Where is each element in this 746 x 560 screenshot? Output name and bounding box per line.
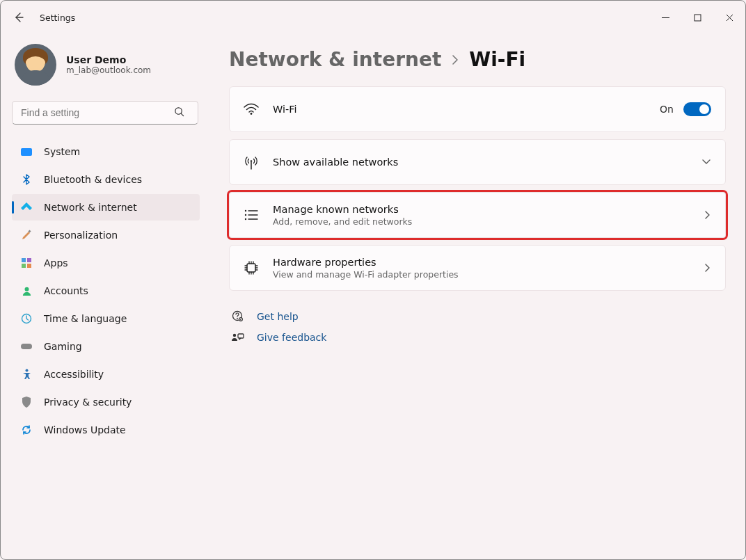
help-icon: [232, 310, 244, 322]
globe-clock-icon: [20, 312, 33, 325]
hardware-properties-card: Hardware properties View and manage Wi-F…: [229, 245, 726, 291]
window-title: Settings: [40, 13, 75, 23]
sidebar-item-label: Accessibility: [44, 369, 104, 380]
search-box: [12, 101, 201, 125]
arrow-left-icon: [13, 12, 24, 23]
svg-point-10: [25, 369, 28, 372]
sidebar-item-label: Bluetooth & devices: [44, 174, 142, 185]
sidebar-item-label: Privacy & security: [44, 397, 132, 408]
svg-point-1: [175, 108, 182, 114]
chevron-right-icon: [704, 210, 711, 220]
svg-point-11: [251, 113, 253, 115]
sidebar-item-windows-update[interactable]: Windows Update: [12, 417, 200, 443]
sidebar-item-time-language[interactable]: Time & language: [12, 305, 200, 332]
minimize-icon: [662, 14, 669, 22]
sidebar-item-label: Windows Update: [44, 424, 126, 435]
sidebar-item-apps[interactable]: Apps: [12, 250, 200, 276]
wifi-toggle[interactable]: [683, 102, 711, 116]
svg-rect-5: [22, 264, 26, 268]
wifi-icon: [20, 201, 33, 214]
manage-known-networks-row[interactable]: Manage known networks Add, remove, and e…: [230, 193, 725, 237]
sidebar-item-system[interactable]: System: [12, 138, 200, 165]
manage-known-networks-card: Manage known networks Add, remove, and e…: [229, 192, 726, 238]
svg-rect-0: [695, 15, 701, 21]
available-networks-card: Show available networks: [229, 139, 726, 185]
sidebar-item-label: System: [44, 146, 80, 157]
search-input[interactable]: [12, 101, 198, 125]
svg-rect-4: [27, 258, 31, 262]
feedback-icon: [232, 333, 244, 343]
user-name: User Demo: [66, 54, 151, 65]
wifi-toggle-row[interactable]: Wi-Fi On: [230, 87, 725, 131]
user-block[interactable]: User Demo m_lab@outlook.com: [12, 44, 201, 86]
maximize-button[interactable]: [681, 6, 713, 29]
row-title: Hardware properties: [273, 257, 690, 268]
breadcrumb: Network & internet Wi-Fi: [229, 48, 726, 71]
breadcrumb-parent[interactable]: Network & internet: [229, 48, 441, 71]
svg-rect-3: [22, 258, 26, 262]
sidebar-nav: System Bluetooth & devices Network & int…: [12, 138, 200, 443]
sidebar-item-label: Time & language: [44, 313, 127, 324]
monitor-icon: [20, 145, 33, 158]
sidebar-item-personalization[interactable]: Personalization: [12, 222, 200, 248]
list-icon: [244, 209, 259, 221]
update-icon: [20, 424, 33, 436]
close-icon: [726, 14, 733, 22]
svg-point-13: [245, 210, 246, 211]
sidebar-item-label: Personalization: [44, 230, 118, 241]
paintbrush-icon: [20, 229, 33, 241]
gamepad-icon: [20, 340, 33, 353]
row-title: Show available networks: [273, 157, 688, 168]
svg-rect-16: [247, 264, 255, 272]
wifi-toggle-card: Wi-Fi On: [229, 86, 726, 132]
titlebar: Settings: [1, 1, 745, 34]
svg-point-14: [245, 214, 246, 216]
svg-point-18: [237, 318, 238, 319]
hardware-properties-row[interactable]: Hardware properties View and manage Wi-F…: [230, 246, 725, 290]
back-button[interactable]: [13, 12, 27, 23]
accessibility-icon: [20, 368, 33, 381]
bluetooth-icon: [20, 173, 33, 186]
chip-icon: [244, 261, 259, 275]
wifi-state-label: On: [660, 104, 674, 115]
sidebar: User Demo m_lab@outlook.com System Bluet…: [1, 34, 209, 559]
get-help-link[interactable]: Get help: [229, 310, 726, 322]
row-subtitle: View and manage Wi-Fi adapter properties: [273, 269, 690, 280]
user-email: m_lab@outlook.com: [66, 65, 151, 75]
person-icon: [20, 285, 33, 297]
give-feedback-link[interactable]: Give feedback: [229, 332, 726, 343]
sidebar-item-accessibility[interactable]: Accessibility: [12, 361, 200, 387]
shield-icon: [20, 396, 33, 408]
svg-point-15: [245, 218, 246, 220]
svg-point-7: [24, 287, 29, 291]
svg-rect-6: [27, 264, 31, 268]
content-pane: Network & internet Wi-Fi Wi-Fi On: [209, 34, 745, 559]
sidebar-item-accounts[interactable]: Accounts: [12, 278, 200, 304]
sidebar-item-label: Gaming: [44, 341, 82, 352]
wifi-icon: [244, 103, 259, 115]
row-title: Wi-Fi: [273, 104, 646, 115]
maximize-icon: [694, 14, 701, 22]
sidebar-item-gaming[interactable]: Gaming: [12, 333, 200, 360]
sidebar-item-bluetooth[interactable]: Bluetooth & devices: [12, 166, 200, 193]
sidebar-item-network[interactable]: Network & internet: [12, 194, 200, 221]
svg-point-20: [233, 333, 236, 336]
row-title: Manage known networks: [273, 204, 690, 215]
apps-icon: [20, 257, 33, 269]
close-button[interactable]: [713, 6, 745, 29]
sidebar-item-label: Accounts: [44, 285, 88, 296]
sidebar-item-privacy[interactable]: Privacy & security: [12, 389, 200, 415]
chevron-right-icon: [451, 54, 459, 66]
chevron-right-icon: [704, 263, 711, 273]
row-subtitle: Add, remove, and edit networks: [273, 216, 690, 227]
avatar: [15, 44, 56, 86]
minimize-button[interactable]: [649, 6, 681, 29]
svg-rect-21: [238, 334, 244, 338]
sidebar-item-label: Network & internet: [44, 202, 137, 213]
breadcrumb-current: Wi-Fi: [469, 48, 525, 71]
antenna-icon: [244, 154, 259, 170]
available-networks-row[interactable]: Show available networks: [230, 140, 725, 184]
sidebar-item-label: Apps: [44, 257, 68, 269]
svg-rect-9: [21, 344, 32, 349]
search-icon: [174, 106, 184, 117]
